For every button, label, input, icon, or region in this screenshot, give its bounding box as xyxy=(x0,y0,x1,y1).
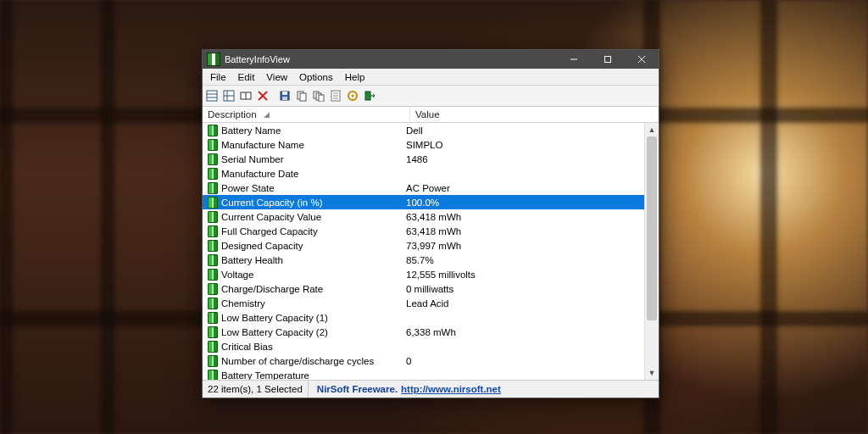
row-description: Low Battery Capacity (1) xyxy=(221,313,406,323)
row-value: 6,338 mWh xyxy=(406,327,645,337)
scroll-up-button[interactable]: ▲ xyxy=(645,123,659,136)
row-description: Current Capacity (in %) xyxy=(221,198,406,208)
column-header-description-label: Description xyxy=(208,109,257,120)
menu-help[interactable]: Help xyxy=(339,70,371,84)
properties-icon[interactable] xyxy=(328,88,343,103)
battery-icon xyxy=(208,240,218,252)
list-row[interactable]: Critical Bias xyxy=(203,339,645,353)
row-value: 100.0% xyxy=(406,198,645,208)
list-row[interactable]: Manufacture NameSIMPLO xyxy=(203,137,645,152)
menu-options[interactable]: Options xyxy=(293,70,339,84)
svg-rect-18 xyxy=(300,93,306,101)
menu-file[interactable]: File xyxy=(204,70,232,84)
battery-icon xyxy=(208,168,218,180)
svg-point-27 xyxy=(352,95,354,97)
save-icon[interactable] xyxy=(277,88,292,103)
row-value: Dell xyxy=(406,125,645,136)
battery-icon xyxy=(208,211,218,223)
row-description: Full Charged Capacity xyxy=(221,226,406,236)
row-value: SIMPLO xyxy=(406,140,645,150)
column-header-description[interactable]: Description ◢ xyxy=(203,107,410,122)
list-row[interactable]: Battery NameDell xyxy=(203,123,645,137)
list-row[interactable]: Battery Health85.7% xyxy=(203,253,645,267)
column-header-value-label: Value xyxy=(415,109,440,120)
row-value: 73,997 mWh xyxy=(406,241,645,251)
row-description: Designed Capacity xyxy=(221,241,406,251)
row-value: 0 milliwatts xyxy=(406,284,645,294)
column-headers: Description ◢ Value xyxy=(203,107,659,123)
list-row[interactable]: Manufacture Date xyxy=(203,166,645,181)
row-description: Manufacture Date xyxy=(221,169,406,179)
list-row[interactable]: Current Capacity (in %)100.0% xyxy=(203,195,645,209)
minimize-button[interactable] xyxy=(557,50,591,69)
list-row[interactable]: Voltage12,555 millivolts xyxy=(203,267,645,281)
battery-icon xyxy=(208,125,218,136)
row-description: Battery Name xyxy=(221,125,406,136)
row-value: 63,418 mWh xyxy=(406,212,645,222)
status-item-count: 22 item(s), 1 Selected xyxy=(203,381,309,398)
list-row[interactable]: Current Capacity Value63,418 mWh xyxy=(203,209,645,224)
menu-edit[interactable]: Edit xyxy=(232,70,261,84)
svg-rect-4 xyxy=(207,91,217,101)
delete-icon[interactable] xyxy=(255,88,270,103)
column-header-value[interactable]: Value xyxy=(410,107,659,122)
options-icon[interactable] xyxy=(345,88,360,103)
menu-bar: File Edit View Options Help xyxy=(203,69,659,86)
list-row[interactable]: Battery Temperature xyxy=(203,368,645,380)
list-row[interactable]: Charge/Discharge Rate0 milliwatts xyxy=(203,281,645,296)
battery-icon xyxy=(208,254,218,266)
toolbar xyxy=(203,86,659,107)
svg-rect-1 xyxy=(605,57,611,63)
row-description: Low Battery Capacity (2) xyxy=(221,327,406,337)
copy-icon[interactable] xyxy=(294,88,309,103)
battery-icon xyxy=(208,283,218,295)
battery-info-list[interactable]: Battery NameDellManufacture NameSIMPLOSe… xyxy=(203,123,645,380)
row-description: Critical Bias xyxy=(221,342,406,352)
row-description: Number of charge/discharge cycles xyxy=(221,356,406,366)
row-value: 12,555 millivolts xyxy=(406,270,645,280)
sort-indicator-icon: ◢ xyxy=(264,110,270,119)
scroll-thumb[interactable] xyxy=(647,136,657,320)
row-value: 85.7% xyxy=(406,255,645,265)
list-view-icon[interactable] xyxy=(204,88,220,103)
battery-icon xyxy=(208,326,218,338)
status-credits: NirSoft Freeware. http://www.nirsoft.net xyxy=(309,381,659,398)
close-button[interactable] xyxy=(625,50,659,69)
nirsoft-link[interactable]: http://www.nirsoft.net xyxy=(401,384,501,394)
row-description: Voltage xyxy=(221,270,406,280)
menu-view[interactable]: View xyxy=(260,70,293,84)
status-bar: 22 item(s), 1 Selected NirSoft Freeware.… xyxy=(203,380,659,398)
row-value: AC Power xyxy=(406,183,645,193)
toggle-view-icon[interactable] xyxy=(238,88,253,103)
status-credits-prefix: NirSoft Freeware. xyxy=(317,384,398,394)
list-row[interactable]: Full Charged Capacity63,418 mWh xyxy=(203,224,645,238)
scroll-down-button[interactable]: ▼ xyxy=(645,366,659,380)
vertical-scrollbar[interactable]: ▲ ▼ xyxy=(644,123,659,380)
row-description: Charge/Discharge Rate xyxy=(221,284,406,294)
list-row[interactable]: ChemistryLead Acid xyxy=(203,296,645,310)
row-value: Lead Acid xyxy=(406,298,645,309)
battery-icon xyxy=(208,370,218,381)
row-description: Battery Health xyxy=(221,255,406,265)
svg-rect-28 xyxy=(365,92,370,100)
list-row[interactable]: Low Battery Capacity (1) xyxy=(203,310,645,325)
row-description: Power State xyxy=(221,183,406,193)
battery-icon xyxy=(208,355,218,367)
details-view-icon[interactable] xyxy=(221,88,236,103)
list-row[interactable]: Number of charge/discharge cycles0 xyxy=(203,353,645,368)
row-description: Battery Temperature xyxy=(221,370,406,381)
row-value: 63,418 mWh xyxy=(406,226,645,236)
list-row[interactable]: Designed Capacity73,997 mWh xyxy=(203,238,645,253)
maximize-button[interactable] xyxy=(591,50,625,69)
app-window: BatteryInfoView File Edit View Options H… xyxy=(202,49,659,398)
list-row[interactable]: Power StateAC Power xyxy=(203,181,645,195)
copy-all-icon[interactable] xyxy=(311,88,326,103)
scroll-track[interactable] xyxy=(645,136,659,366)
row-value: 0 xyxy=(406,356,645,366)
title-bar[interactable]: BatteryInfoView xyxy=(203,50,659,69)
exit-icon[interactable] xyxy=(362,88,377,103)
row-description: Serial Number xyxy=(221,154,406,164)
svg-rect-15 xyxy=(282,92,287,95)
list-row[interactable]: Low Battery Capacity (2)6,338 mWh xyxy=(203,325,645,339)
list-row[interactable]: Serial Number1486 xyxy=(203,152,645,166)
